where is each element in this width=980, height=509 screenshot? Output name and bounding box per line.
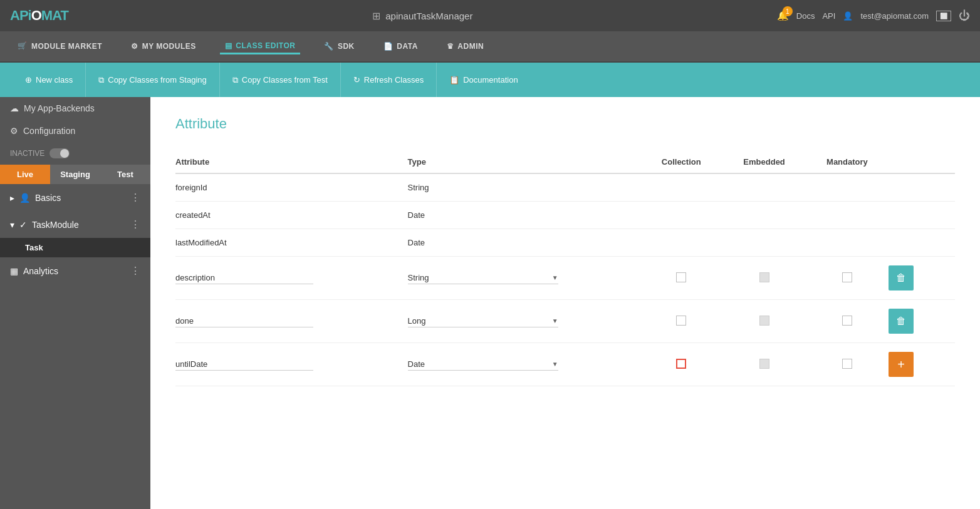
checkbox-collection-done[interactable] <box>676 316 686 326</box>
analytics-icon: ▦ <box>10 266 18 276</box>
cell-mandatory-untildate[interactable] <box>806 343 889 386</box>
cell-attribute-createdat: createdAt <box>175 202 408 229</box>
cell-type-done[interactable]: Long String Date Boolean Integer ▼ <box>408 300 640 343</box>
attribute-input-description[interactable] <box>175 272 313 284</box>
docs-link[interactable]: Docs <box>796 11 815 21</box>
logo: APiOMAT <box>10 8 68 24</box>
checkbox-mandatory-untildate[interactable] <box>842 359 852 369</box>
content-area: Attribute Attribute Type Collection Embe… <box>150 97 980 509</box>
inactive-toggle[interactable] <box>50 148 70 158</box>
type-select-description[interactable]: String Long Date Boolean Integer <box>408 272 550 284</box>
documentation-button[interactable]: 📋 Documentation <box>437 63 530 97</box>
plus-icon: + <box>897 357 905 372</box>
env-tab-live[interactable]: Live <box>0 165 50 184</box>
checkbox-mandatory-description[interactable] <box>842 272 852 282</box>
power-icon[interactable]: ⏻ <box>959 9 970 23</box>
refresh-icon: ↻ <box>353 75 360 85</box>
sidebar-item-task[interactable]: Task <box>0 238 150 257</box>
env-tab-staging[interactable]: Staging <box>50 165 100 184</box>
sidebar-item-configuration[interactable]: ⚙ Configuration <box>0 120 150 142</box>
attribute-input-done[interactable] <box>175 315 313 327</box>
col-header-embedded: Embedded <box>722 151 805 173</box>
header-right: 1 Docs API test@apiomat.com ⬜ ⏻ <box>777 9 970 23</box>
api-link[interactable]: API <box>822 11 835 21</box>
cell-type-createdat: Date <box>408 202 640 229</box>
cell-embedded-description <box>722 257 805 300</box>
sidebar-module-basics[interactable]: ▸ 👤 Basics ⋮ <box>0 184 150 211</box>
analytics-menu-icon[interactable]: ⋮ <box>130 265 140 277</box>
chevron-right-icon: ▸ <box>10 193 14 203</box>
env-tab-test[interactable]: Test <box>100 165 150 184</box>
cell-action-done[interactable]: 🗑 <box>889 300 955 343</box>
page-title: Attribute <box>175 116 955 132</box>
type-arrow-description: ▼ <box>552 274 558 281</box>
cell-action-foreignid <box>889 173 955 202</box>
inactive-toggle-area: INACTIVE <box>0 142 150 165</box>
cell-type-untildate[interactable]: Date String Long Boolean Integer ▼ <box>408 343 640 386</box>
table-header-row: Attribute Type Collection Embedded Manda… <box>175 151 955 173</box>
nav-module-market[interactable]: 🛒 MODULE MARKET <box>13 39 107 54</box>
add-button-untildate[interactable]: + <box>889 352 914 377</box>
cell-type-description[interactable]: String Long Date Boolean Integer ▼ <box>408 257 640 300</box>
cell-type-foreignid: String <box>408 173 640 202</box>
type-arrow-untildate: ▼ <box>552 361 558 368</box>
app-name: apinautTaskManager <box>385 11 472 21</box>
cell-collection-description[interactable] <box>640 257 722 300</box>
table-row: Date String Long Boolean Integer ▼ <box>175 343 955 386</box>
nav-my-modules[interactable]: ⚙ MY MODULES <box>126 39 201 53</box>
basics-menu-icon[interactable]: ⋮ <box>130 192 140 203</box>
cell-mandatory-done[interactable] <box>806 300 889 343</box>
attribute-input-untildate[interactable] <box>175 358 313 371</box>
cell-collection-createdat <box>640 202 722 229</box>
sidebar-item-analytics[interactable]: ▦ Analytics ⋮ <box>0 257 150 284</box>
cell-embedded-foreignid <box>722 173 805 202</box>
cell-attribute-description[interactable] <box>175 257 408 300</box>
copy-staging-button[interactable]: ⧉ Copy Classes from Staging <box>86 63 220 97</box>
checkbox-collection-untildate[interactable] <box>676 359 686 369</box>
building-icon: ⊞ <box>372 10 380 22</box>
cell-attribute-done[interactable] <box>175 300 408 343</box>
copy-test-button[interactable]: ⧉ Copy Classes from Test <box>220 63 341 97</box>
module-market-icon: 🛒 <box>18 41 28 51</box>
notification-bell[interactable]: 1 <box>777 10 789 21</box>
type-select-done[interactable]: Long String Date Boolean Integer <box>408 315 550 327</box>
delete-button-description[interactable]: 🗑 <box>889 265 914 290</box>
sidebar-module-taskmodule[interactable]: ▾ ✓ TaskModule ⋮ <box>0 211 150 238</box>
taskmodule-icon: ✓ <box>19 220 27 230</box>
sidebar-item-my-app-backends[interactable]: ☁ My App-Backends <box>0 97 150 120</box>
cell-mandatory-description[interactable] <box>806 257 889 300</box>
user-icon <box>843 11 853 21</box>
my-app-backends-icon: ☁ <box>10 103 19 113</box>
new-class-button[interactable]: ⊕ New class <box>13 63 86 97</box>
cell-mandatory-foreignid <box>806 173 889 202</box>
cell-embedded-done <box>722 300 805 343</box>
refresh-classes-button[interactable]: ↻ Refresh Classes <box>341 63 437 97</box>
checkbox-mandatory-done[interactable] <box>842 316 852 326</box>
sdk-icon: 🔧 <box>324 42 334 51</box>
top-header: APiOMAT ⊞ apinautTaskManager 1 Docs API … <box>0 0 980 31</box>
col-header-collection: Collection <box>640 151 722 173</box>
checkbox-collection-description[interactable] <box>676 272 686 282</box>
trash-icon: 🗑 <box>896 272 906 284</box>
col-header-mandatory: Mandatory <box>806 151 889 173</box>
cell-collection-untildate[interactable] <box>640 343 722 386</box>
cell-attribute-untildate[interactable] <box>175 343 408 386</box>
cell-action-untildate[interactable]: + <box>889 343 955 386</box>
data-icon: 📄 <box>383 42 394 51</box>
basics-icon: 👤 <box>19 193 30 203</box>
type-select-untildate[interactable]: Date String Long Boolean Integer <box>408 358 550 370</box>
nav-sdk[interactable]: 🔧 SDK <box>319 39 359 53</box>
cell-action-description[interactable]: 🗑 <box>889 257 955 300</box>
taskmodule-menu-icon[interactable]: ⋮ <box>130 219 140 230</box>
nav-bar: 🛒 MODULE MARKET ⚙ MY MODULES ▤ CLASS EDI… <box>0 31 980 63</box>
nav-data[interactable]: 📄 DATA <box>378 39 423 53</box>
configuration-icon: ⚙ <box>10 126 18 136</box>
type-select-wrapper-untildate: Date String Long Boolean Integer ▼ <box>408 358 558 371</box>
window-icon[interactable]: ⬜ <box>936 11 951 21</box>
nav-class-editor[interactable]: ▤ CLASS EDITOR <box>220 39 301 54</box>
class-editor-icon: ▤ <box>225 41 232 50</box>
cell-action-createdat <box>889 202 955 229</box>
cell-collection-done[interactable] <box>640 300 722 343</box>
nav-admin[interactable]: ♛ ADMIN <box>442 39 489 53</box>
delete-button-done[interactable]: 🗑 <box>889 309 914 334</box>
